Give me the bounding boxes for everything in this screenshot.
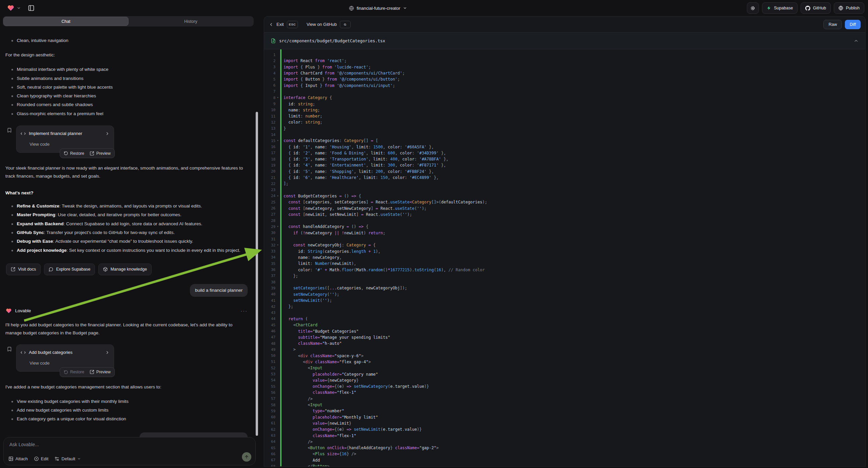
edit-mode-button[interactable]: Edit: [34, 456, 48, 461]
code-line: 31: [264, 236, 865, 242]
diff-button[interactable]: Diff: [845, 20, 861, 29]
bullet-dot: [11, 232, 13, 234]
code-line: 11 limit: number;: [264, 113, 865, 119]
supabase-label: Supabase: [774, 6, 793, 10]
code-line: 56 className="flex-1": [264, 389, 865, 396]
bullet-dot: [11, 113, 13, 115]
code-line: 38: [264, 279, 865, 285]
rotate-ccw-icon: [64, 370, 68, 374]
chevron-down-icon: [77, 457, 81, 461]
attach-button[interactable]: Attach: [8, 456, 28, 461]
line-number: 55: [264, 384, 276, 389]
explore-supabase-button[interactable]: Explore Supabase: [44, 264, 95, 275]
supabase-button[interactable]: Supabase: [762, 2, 798, 14]
bullet-list: Minimalist interface with plenty of whit…: [5, 65, 248, 118]
code-line: 7: [264, 89, 865, 95]
raw-button[interactable]: Raw: [824, 20, 842, 29]
list-item: Master Prompting: Use clear, detailed, a…: [9, 210, 248, 219]
bullet-list: View existing budget categories with the…: [5, 397, 248, 424]
line-number: 5: [264, 77, 276, 82]
line-number: 28: [264, 218, 276, 223]
github-button[interactable]: GitHub: [801, 2, 831, 14]
code-line: 63 className="flex-1": [264, 432, 865, 438]
file-path-bar[interactable]: src/components/budget/BudgetCategories.t…: [264, 33, 865, 49]
fold-toggle[interactable]: ▾: [276, 96, 280, 99]
view-code-link[interactable]: View code: [30, 140, 110, 148]
fold-toggle[interactable]: ▾: [276, 244, 280, 246]
lovable-logo-icon[interactable]: [7, 4, 15, 12]
sliders-icon: [54, 456, 59, 461]
preview-label: Preview: [96, 368, 111, 376]
chip-label: Visit docs: [18, 265, 36, 273]
user-message: build a financial planner: [190, 284, 248, 297]
code-line: 46 title="Budget Categories": [264, 328, 865, 334]
version-card-row: Implement financial planner View code Re…: [7, 125, 248, 158]
view-on-github-button[interactable]: View on GitHub G: [307, 21, 351, 28]
chat-input[interactable]: Ask Lovable...: [9, 442, 39, 447]
line-number: 49: [264, 348, 276, 352]
sidebar-toggle-button[interactable]: [26, 3, 36, 13]
chat-scrollbar[interactable]: [256, 112, 258, 436]
bullet-dot: [11, 95, 13, 97]
version-card-row: Add budget categories View code Restore …: [7, 345, 248, 377]
code-line: 26 const [newCategory, setNewCategory] =…: [264, 205, 865, 211]
line-number: 13: [264, 126, 276, 130]
preview-button[interactable]: Preview: [90, 149, 111, 157]
exit-button[interactable]: Exit ESC: [269, 21, 298, 28]
version-card-title: Implement financial planner: [29, 129, 82, 138]
code-line: 58 <Input: [264, 402, 865, 408]
publish-button[interactable]: Publish: [834, 2, 864, 14]
line-number: 7: [264, 89, 276, 94]
line-number: 4: [264, 71, 276, 76]
project-switcher[interactable]: financial-future-creator: [349, 0, 407, 16]
message-menu-button[interactable]: ···: [241, 307, 248, 315]
code-line: 30 if (!newCategory || !newLimit) return…: [264, 230, 865, 236]
code-line: 25 const [categories, setCategories] = R…: [264, 199, 865, 205]
visit-docs-button[interactable]: Visit docs: [6, 264, 40, 275]
code-line: 47 subtitle="Manage your spending limits…: [264, 334, 865, 341]
attach-label: Attach: [16, 456, 28, 461]
diff-added-gutter: [280, 49, 281, 466]
message-circle-icon: [49, 267, 53, 272]
tab-history[interactable]: History: [128, 17, 253, 26]
restore-button[interactable]: Restore: [64, 368, 84, 376]
settings-button[interactable]: [747, 2, 759, 14]
code-line: 10 name: string;: [264, 107, 865, 113]
fold-toggle[interactable]: ▾: [276, 195, 280, 197]
tab-chat[interactable]: Chat: [3, 17, 128, 26]
code-line: 2import React from 'react';: [264, 58, 865, 64]
bullet-dot: [11, 241, 13, 242]
code-line: 51 <div className="flex gap-4">: [264, 359, 865, 365]
manage-knowledge-button[interactable]: Manage knowledge: [98, 264, 151, 275]
mode-selector[interactable]: Default: [54, 456, 81, 461]
code-line: 60 placeholder="Monthly limit": [264, 414, 865, 420]
line-number: 48: [264, 342, 276, 346]
line-number: 31: [264, 237, 276, 241]
line-number: 61: [264, 421, 276, 426]
send-button[interactable]: [242, 452, 251, 462]
bookmark-icon[interactable]: [7, 127, 12, 136]
view-code-link[interactable]: View code: [30, 359, 110, 367]
preview-button[interactable]: Preview: [90, 368, 111, 376]
restore-button[interactable]: Restore: [64, 149, 84, 157]
bookmark-icon[interactable]: [7, 347, 12, 354]
version-card-title: Add budget categories: [29, 349, 72, 356]
line-number: 34: [264, 255, 276, 260]
code-line: 34 name: newCategory,: [264, 255, 865, 261]
code-line: 29▾ const handleAddCategory = () => {: [264, 224, 865, 230]
fold-toggle[interactable]: ▾: [276, 225, 280, 228]
code-line: 12 color: string;: [264, 119, 865, 125]
line-number: 1: [264, 53, 276, 57]
chat-composer[interactable]: Ask Lovable... Attach Edit Default: [3, 437, 256, 465]
code-viewer-panel: Exit ESC View on GitHub G Raw Diff src/c…: [264, 16, 866, 467]
chevron-down-icon[interactable]: [17, 6, 21, 10]
file-path: src/components/budget/BudgetCategories.t…: [279, 38, 385, 43]
bullet-dot: [11, 418, 13, 420]
line-number: 46: [264, 329, 276, 333]
chat-paragraph: Your sleek financial planner is now read…: [5, 164, 248, 180]
chevron-up-icon[interactable]: [854, 38, 859, 43]
line-number: 32: [264, 243, 276, 247]
bullet-dot: [11, 250, 13, 252]
fold-toggle[interactable]: ▾: [276, 139, 280, 142]
globe-icon: [838, 6, 843, 10]
